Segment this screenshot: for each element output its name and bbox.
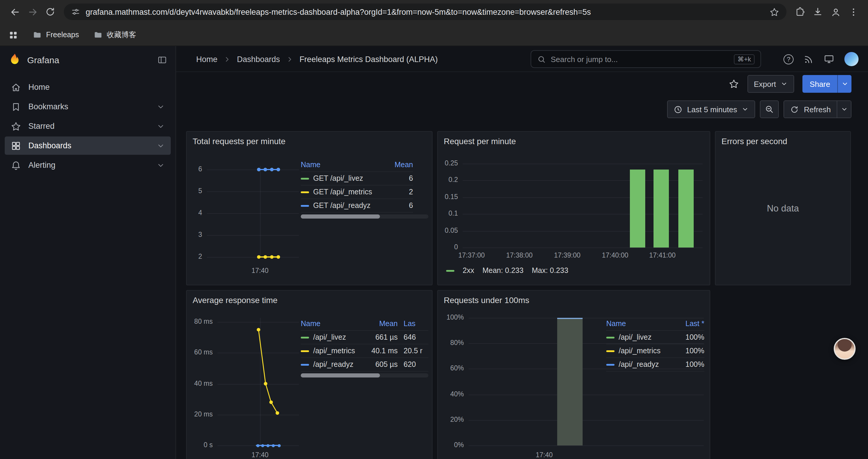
sidebar-item-label: Bookmarks xyxy=(28,102,68,111)
series-max: Max: 0.233 xyxy=(532,266,568,275)
panel-request-per-minute[interactable]: Request per minute 0.25 0.2 0.15 0.1 0.0… xyxy=(437,131,710,285)
url-text[interactable]: grafana.mathmast.com/d/deytv4rwavabkb/fr… xyxy=(86,7,769,16)
grafana-logo[interactable] xyxy=(8,53,21,66)
request-per-minute-chart: 0.25 0.2 0.15 0.1 0.05 0 17:37:00 17:38:… xyxy=(438,132,710,285)
legend-header-mean[interactable]: Mean xyxy=(380,160,413,169)
legend-inline[interactable]: 2xx Mean: 0.233 Max: 0.233 xyxy=(446,266,568,275)
export-button[interactable]: Export xyxy=(747,75,794,93)
y-tick: 2 xyxy=(187,253,202,260)
legend-header-name[interactable]: Name xyxy=(606,319,671,328)
series-mean: 40.1 ms xyxy=(362,347,398,355)
assistant-avatar[interactable] xyxy=(834,338,856,360)
legend-table: Name Mean Las /api/_livez 661 µs 646 /ap… xyxy=(301,317,428,378)
y-tick: 40 ms xyxy=(188,380,213,387)
sidebar-item-dashboards[interactable]: Dashboards xyxy=(5,136,171,155)
legend-row[interactable]: /api/_metrics 40.1 ms 20.5 r xyxy=(301,345,428,358)
bookmark-label: Freeleaps xyxy=(46,31,79,39)
caret-down-icon xyxy=(840,106,848,113)
y-tick: 0.1 xyxy=(438,210,458,217)
legend-row[interactable]: GET /api/_metrics 2 xyxy=(301,186,413,199)
legend-row[interactable]: GET /api/_livez 6 xyxy=(301,172,413,186)
chevron-down-icon[interactable] xyxy=(157,102,165,111)
sidebar-item-home[interactable]: Home xyxy=(5,78,171,96)
series-swatch xyxy=(301,336,309,338)
sidebar-item-bookmarks[interactable]: Bookmarks xyxy=(5,97,171,116)
export-label: Export xyxy=(754,79,776,88)
browser-toolbar: grafana.mathmast.com/d/deytv4rwavabkb/fr… xyxy=(0,0,868,24)
legend-row[interactable]: /api/_readyz 605 µs 620 xyxy=(301,358,428,371)
chevron-right-icon xyxy=(286,55,294,63)
profile-icon[interactable] xyxy=(827,3,844,21)
time-range-picker[interactable]: Last 5 minutes xyxy=(667,100,755,118)
bookmark-icon xyxy=(11,101,21,112)
legend-header-name[interactable]: Name xyxy=(301,319,362,328)
address-bar[interactable]: grafana.mathmast.com/d/deytv4rwavabkb/fr… xyxy=(64,4,786,20)
panel-title[interactable]: Total requests per minute xyxy=(193,136,285,146)
share-menu-caret[interactable] xyxy=(837,75,851,93)
series-last: 646 xyxy=(398,333,428,341)
series-swatch xyxy=(606,364,615,365)
forward-button[interactable] xyxy=(24,3,41,21)
panel-under-100ms[interactable]: Requests under 100ms 100% 80% 60% 40% 20… xyxy=(437,290,710,459)
breadcrumb-home[interactable]: Home xyxy=(196,55,217,64)
browser-chrome: grafana.mathmast.com/d/deytv4rwavabkb/fr… xyxy=(0,0,868,46)
legend-scrollbar[interactable] xyxy=(301,215,428,219)
scrollbar-thumb[interactable] xyxy=(301,373,380,378)
bookmark-item[interactable]: Freeleaps xyxy=(32,30,79,40)
sidebar-item-alerting[interactable]: Alerting xyxy=(5,156,171,174)
legend-row[interactable]: /api/_readyz 100% xyxy=(606,358,704,371)
scrollbar-thumb[interactable] xyxy=(301,215,380,219)
chevron-down-icon[interactable] xyxy=(157,141,165,150)
monitor-icon[interactable] xyxy=(824,54,834,64)
legend-row[interactable]: /api/_livez 661 µs 646 xyxy=(301,331,428,345)
sidebar-item-starred[interactable]: Starred xyxy=(5,117,171,135)
legend-header-mean[interactable]: Mean xyxy=(362,319,398,328)
series-name: /api/_metrics xyxy=(313,347,355,355)
series-mean: 6 xyxy=(380,201,413,210)
search-input[interactable] xyxy=(551,55,729,64)
reload-button[interactable] xyxy=(41,3,59,21)
chevron-down-icon[interactable] xyxy=(157,122,165,130)
bookmark-item[interactable]: 收藏博客 xyxy=(93,30,136,40)
series-swatch xyxy=(606,336,615,338)
help-icon[interactable]: ? xyxy=(783,54,794,64)
user-avatar[interactable] xyxy=(844,52,859,66)
back-button[interactable] xyxy=(6,3,24,21)
refresh-label: Refresh xyxy=(804,105,831,114)
share-button[interactable]: Share xyxy=(803,75,837,93)
series-name: GET /api/_livez xyxy=(313,174,363,183)
menu-kebab-icon[interactable] xyxy=(844,3,862,21)
breadcrumb-dashboards[interactable]: Dashboards xyxy=(237,55,280,64)
dock-sidebar-icon[interactable] xyxy=(157,55,167,65)
bookmark-star-icon[interactable] xyxy=(769,7,779,17)
legend-row[interactable]: /api/_metrics 100% xyxy=(606,345,704,358)
search-box[interactable]: ⌘+k xyxy=(531,50,761,68)
legend-row[interactable]: GET /api/_readyz 6 xyxy=(301,199,413,213)
panel-title[interactable]: Errors per second xyxy=(721,136,787,146)
legend-row[interactable]: /api/_livez 100% xyxy=(606,331,704,345)
y-tick: 80% xyxy=(439,339,464,346)
downloads-icon[interactable] xyxy=(809,3,827,21)
refresh-interval-caret[interactable] xyxy=(837,101,851,118)
apps-shortcut-icon[interactable] xyxy=(8,30,18,40)
favorite-star-icon[interactable] xyxy=(728,78,739,89)
zoom-out-button[interactable] xyxy=(760,100,779,118)
panel-avg-response-time[interactable]: Average response time 80 ms 60 ms 40 ms … xyxy=(186,290,433,459)
refresh-button[interactable]: Refresh xyxy=(784,101,837,118)
chevron-down-icon[interactable] xyxy=(157,161,165,169)
rss-icon[interactable] xyxy=(804,54,814,64)
legend-scrollbar[interactable] xyxy=(301,373,428,378)
extensions-icon[interactable] xyxy=(791,3,809,21)
panel-title[interactable]: Request per minute xyxy=(444,136,516,146)
legend-header-last[interactable]: Last * xyxy=(671,319,704,328)
panel-title[interactable]: Requests under 100ms xyxy=(444,295,529,305)
bookmark-label: 收藏博客 xyxy=(107,30,136,40)
site-settings-icon[interactable] xyxy=(71,7,80,17)
panel-errors-per-second[interactable]: Errors per second No data xyxy=(715,131,851,285)
legend-header-name[interactable]: Name xyxy=(301,160,380,169)
legend-header-last[interactable]: Las xyxy=(398,319,428,328)
panel-title[interactable]: Average response time xyxy=(193,295,277,305)
panel-total-requests[interactable]: Total requests per minute 6 5 4 3 2 17:4… xyxy=(186,131,433,285)
y-tick: 40% xyxy=(439,391,464,398)
y-tick: 3 xyxy=(187,231,202,238)
